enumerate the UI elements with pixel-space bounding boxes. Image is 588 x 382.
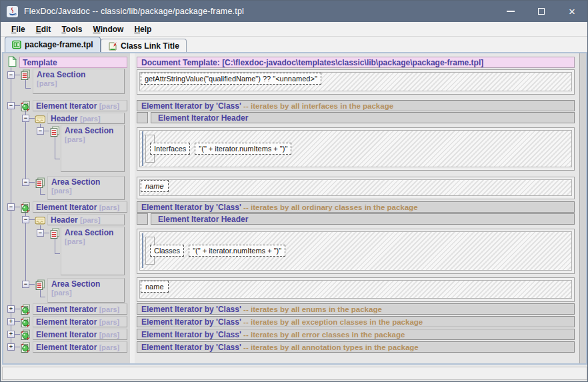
expression-box[interactable]: getAttrStringValue("qualifiedName") ?? "… xyxy=(141,73,321,85)
tree-connector xyxy=(55,253,60,254)
app-window: FlexDoc/Javadoc -- classic/lib/package/p… xyxy=(0,0,588,382)
java-app-icon xyxy=(7,6,18,17)
tree-collapse-handle[interactable]: − xyxy=(7,102,15,109)
vertical-scrollbar[interactable] xyxy=(579,53,586,363)
minimize-button[interactable] xyxy=(495,1,526,22)
tree-connector xyxy=(25,213,26,284)
iterator-body-area[interactable]: name xyxy=(137,277,575,302)
header-group-box[interactable]: Interfaces "(" + iterator.numItems + ")" xyxy=(142,131,143,166)
tree-expand-handle[interactable]: + xyxy=(7,318,15,325)
tree-connector xyxy=(40,289,41,297)
tree-connector xyxy=(15,105,20,106)
minimize-icon xyxy=(507,11,515,12)
tree-collapse-handle[interactable]: − xyxy=(37,229,44,237)
menu-file[interactable]: File xyxy=(6,23,31,35)
tree-collapse-handle[interactable]: − xyxy=(37,127,44,135)
maximize-button[interactable] xyxy=(526,1,557,22)
tree-node-header[interactable]: Header [pars] xyxy=(47,214,125,225)
tree-collapse-handle[interactable]: − xyxy=(22,179,29,186)
header-group-box[interactable]: Classes "(" + iterator.numItems + ")" xyxy=(142,233,143,268)
tree-connector xyxy=(55,159,60,159)
tree-connector xyxy=(44,233,49,233)
iterator-title: Element Iterator by 'Class' xyxy=(141,343,241,352)
menu-tools[interactable]: Tools xyxy=(56,23,87,35)
menu-window[interactable]: Window xyxy=(88,23,129,35)
tree-connector xyxy=(55,136,55,159)
tree-node-template[interactable]: Template xyxy=(19,57,127,68)
name-expression-box[interactable]: name xyxy=(141,281,169,293)
menu-edit[interactable]: Edit xyxy=(31,23,57,35)
template-file-icon xyxy=(12,40,21,49)
menu-help[interactable]: Help xyxy=(129,23,157,35)
tree-node-element-iterator[interactable]: Element Iterator [pars] xyxy=(33,341,127,353)
tree-node-element-iterator[interactable]: Element Iterator [pars] xyxy=(33,316,127,327)
tree-expand-handle[interactable]: + xyxy=(7,305,15,313)
tree-node-element-iterator[interactable]: Element Iterator [pars] xyxy=(33,100,127,111)
expression-box[interactable]: "(" + iterator.numItems + ")" xyxy=(189,245,285,257)
tree-node-header[interactable]: Header [pars] xyxy=(47,113,125,124)
tree-expand-handle[interactable]: + xyxy=(7,343,15,351)
element-iterator-bar[interactable]: Element Iterator by 'Class' -- iterates … xyxy=(137,201,575,213)
main-area: Template − Area Section [pars] − Element… xyxy=(2,52,587,365)
tree-collapse-handle[interactable]: − xyxy=(22,216,29,223)
tab-class-link-title[interactable]: Class Link Title xyxy=(101,39,187,52)
tab-label: Class Link Title xyxy=(121,41,179,51)
element-iterator-icon xyxy=(20,304,31,315)
tree-node-pars: [pars] xyxy=(99,102,120,110)
tree-collapse-handle[interactable]: − xyxy=(22,281,29,288)
tree-node-element-iterator[interactable]: Element Iterator [pars] xyxy=(33,329,127,340)
iterator-body-area[interactable]: name xyxy=(137,177,575,199)
close-button[interactable]: × xyxy=(557,1,587,22)
tree-node-pars: [pars] xyxy=(51,289,72,297)
tree-connector xyxy=(25,80,26,88)
iterator-title: Element Iterator by 'Class' xyxy=(141,203,241,212)
header-icon xyxy=(35,113,45,124)
tree-node-area-section[interactable]: Area Section [pars] xyxy=(61,125,125,172)
hatched-area xyxy=(139,179,572,196)
element-iterator-bar[interactable]: Element Iterator by 'Class' -- iterates … xyxy=(137,303,575,315)
tree-collapse-handle[interactable]: − xyxy=(7,71,15,79)
element-iterator-bar[interactable]: Element Iterator by 'Class' -- iterates … xyxy=(137,341,575,353)
element-iterator-bar[interactable]: Element Iterator by 'Class' -- iterates … xyxy=(137,316,575,327)
expression-box[interactable]: "(" + iterator.numItems + ")" xyxy=(195,143,291,155)
section-root-area[interactable]: getAttrStringValue("qualifiedName") ?? "… xyxy=(137,69,575,95)
document-panel: Document Template: [C:\flexdoc-javadoc\t… xyxy=(135,53,579,363)
element-iterator-icon xyxy=(20,101,31,111)
area-section-icon xyxy=(49,228,60,239)
status-bar xyxy=(2,367,587,380)
template-icon xyxy=(7,56,17,67)
tree-node-pars: [pars] xyxy=(99,203,120,211)
area-section-icon xyxy=(20,69,31,80)
iterator-comment: -- iterates by all enums in the package xyxy=(243,305,382,313)
tree-node-label: Element Iterator xyxy=(36,330,97,339)
panel-divider[interactable] xyxy=(130,53,135,363)
tree-node-area-section[interactable]: Area Section [pars] xyxy=(61,227,125,275)
name-expression-box[interactable]: name xyxy=(141,180,169,192)
tree-expand-handle[interactable]: + xyxy=(7,331,15,338)
document-template-header[interactable]: Document Template: [C:\flexdoc-javadoc\t… xyxy=(137,57,575,68)
window-title: FlexDoc/Javadoc -- classic/lib/package/p… xyxy=(24,7,244,16)
tab-package-frame[interactable]: package-frame.tpl xyxy=(5,37,101,52)
text-box[interactable]: Interfaces xyxy=(150,143,190,155)
tree-node-area-section[interactable]: Area Section [pars] xyxy=(33,69,125,94)
title-bar: FlexDoc/Javadoc -- classic/lib/package/p… xyxy=(1,1,587,22)
tree-node-element-iterator[interactable]: Element Iterator [pars] xyxy=(33,303,127,315)
iterator-header-block[interactable] xyxy=(137,112,148,123)
iterator-title: Element Iterator by 'Class' xyxy=(141,317,241,327)
tree-node-label: Area Section xyxy=(37,70,85,79)
tree-node-element-iterator[interactable]: Element Iterator [pars] xyxy=(33,201,127,213)
element-iterator-bar[interactable]: Element Iterator by 'Class' -- iterates … xyxy=(137,329,575,340)
tree-collapse-handle[interactable]: − xyxy=(22,115,29,122)
iterator-header-block[interactable] xyxy=(137,213,148,225)
area-section-icon xyxy=(35,279,45,290)
tree-node-area-section[interactable]: Area Section [pars] xyxy=(47,278,125,303)
text-box[interactable]: Classes xyxy=(150,245,184,257)
iterator-header-bar[interactable]: Element Iterator Header xyxy=(151,213,575,225)
tree-node-area-section[interactable]: Area Section [pars] xyxy=(47,176,125,200)
iterator-header-bar[interactable]: Element Iterator Header xyxy=(151,112,575,123)
class-link-icon xyxy=(108,41,117,51)
element-iterator-bar[interactable]: Element Iterator by 'Class' -- iterates … xyxy=(137,100,575,111)
iterator-header-area[interactable]: Interfaces "(" + iterator.numItems + ")" xyxy=(137,127,575,171)
iterator-header-area[interactable]: Classes "(" + iterator.numItems + ")" xyxy=(137,229,575,274)
tree-collapse-handle[interactable]: − xyxy=(7,203,15,211)
